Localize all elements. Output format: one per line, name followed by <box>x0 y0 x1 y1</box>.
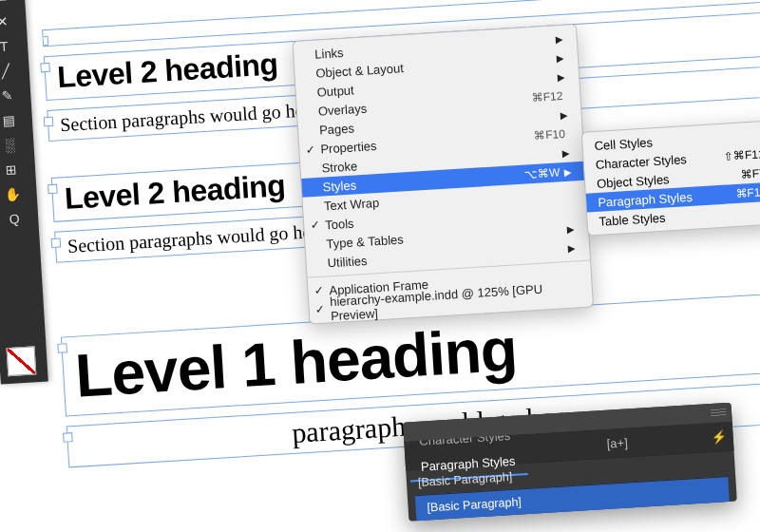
submenu-arrow-icon: ▶ <box>555 33 563 44</box>
submenu-arrow-icon: ▶ <box>560 109 568 120</box>
submenu-arrow-icon: ▶ <box>562 147 571 158</box>
heading-2: Level 2 heading <box>56 47 278 94</box>
body-text: Section paragraphs would go here. <box>60 98 324 135</box>
tool-button[interactable]: Q <box>0 205 39 233</box>
menu-shortcut: ⌘F11 <box>735 185 760 200</box>
body-text: Section paragraphs would go here. <box>66 219 331 256</box>
heading-2: Level 2 heading <box>64 168 286 216</box>
tool-button[interactable]: T <box>0 32 28 60</box>
tool-button[interactable]: ✕ <box>0 8 27 35</box>
submenu-arrow-icon: ▶ <box>568 242 577 253</box>
submenu-arrow-icon: ▶ <box>567 223 576 234</box>
menu-shortcut: ⌘F10 <box>534 127 565 142</box>
tool-button[interactable]: ⊞ <box>0 156 36 183</box>
quick-apply-icon[interactable]: ⚡ <box>708 428 730 444</box>
menu-shortcut: ⌥⌘W <box>524 165 560 180</box>
window-menu[interactable]: Links▶Object & Layout▶Output▶Overlays⌘F1… <box>292 24 594 325</box>
menu-shortcut: ⌘F7 <box>740 166 760 181</box>
tool-button[interactable]: ╱ <box>0 57 29 85</box>
tools-palette[interactable]: ▭✕T╱✎▤░⊞✋Q <box>0 0 48 385</box>
submenu-arrow-icon: ▶ <box>558 71 566 82</box>
tool-button[interactable]: ░ <box>0 131 34 159</box>
new-style-icon[interactable]: [a+] <box>606 435 628 450</box>
menu-shortcut: ⌘F12 <box>531 89 562 104</box>
tool-button[interactable]: ✎ <box>0 82 31 109</box>
submenu-arrow-icon: ▶ <box>557 52 565 63</box>
tool-button[interactable]: ✋ <box>0 180 37 208</box>
submenu-arrow-icon: ▶ <box>563 166 572 177</box>
fill-stroke-swatch[interactable] <box>7 346 37 376</box>
tool-button[interactable]: ▤ <box>0 106 33 134</box>
menu-shortcut: ⇧⌘F11 <box>724 147 760 163</box>
styles-submenu[interactable]: Cell StylesCharacter Styles⇧⌘F11Object S… <box>581 120 760 236</box>
paragraph-styles-panel[interactable]: Character StylesParagraph Styles [a+] ⚡ … <box>403 403 737 522</box>
